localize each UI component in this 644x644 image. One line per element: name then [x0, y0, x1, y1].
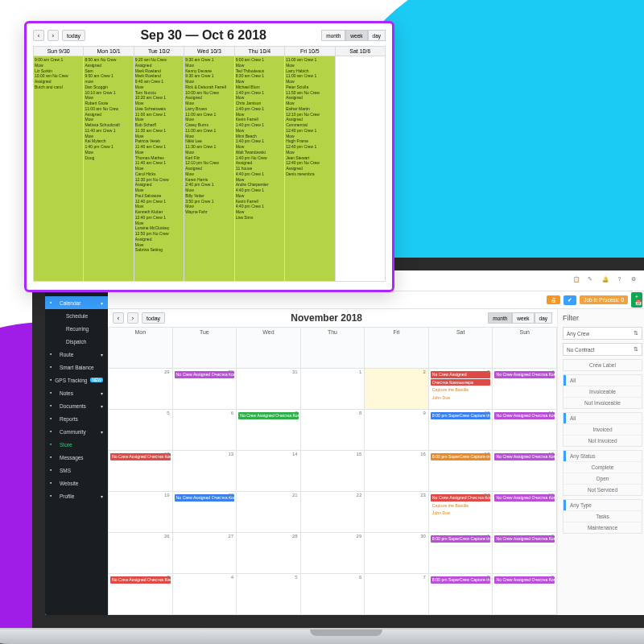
week-event-line[interactable]: 12:30 pm No Crew	[135, 177, 183, 183]
week-prev-button[interactable]: ‹	[33, 30, 44, 41]
week-event-line[interactable]: Mow	[185, 101, 233, 106]
week-event-line[interactable]: Mow	[236, 63, 283, 68]
week-event-line[interactable]: Mow	[185, 188, 233, 193]
calendar-event[interactable]: No Crew Assigned Очистка Компьютера	[175, 371, 235, 378]
month-cell[interactable]: 88:00 pm SuperCrew Capture the Bastille …	[429, 574, 493, 615]
week-event-line[interactable]: Mark Rowland	[135, 73, 183, 79]
calendar-event[interactable]: 8:00 pm SuperCrew Capture the Bastille J…	[431, 535, 491, 543]
sidebar-item-gps-tracking[interactable]: ▪GPS TrackingNEW	[45, 374, 108, 386]
month-cell[interactable]: 3No Crew Assigned Очистка Компьютера	[109, 574, 173, 615]
week-next-button[interactable]: ›	[47, 30, 59, 41]
week-event-line[interactable]: Tom Nuccio	[135, 90, 183, 96]
week-event-line[interactable]: Casey Burns	[185, 122, 233, 128]
filter-option[interactable]: Tasks	[564, 510, 642, 522]
week-event-line[interactable]: Mow	[135, 101, 183, 106]
filter-option[interactable]: Any Type	[564, 500, 642, 510]
month-cell[interactable]: 7	[365, 574, 429, 615]
week-event-line[interactable]: 4:40 pm Crew 1	[236, 188, 283, 193]
week-event-line[interactable]: Mow	[135, 242, 183, 248]
week-event-line[interactable]: 9:40 am Crew 1	[135, 79, 183, 85]
week-event-line[interactable]: Mimi Beach	[236, 134, 283, 139]
week-event-line[interactable]: Assigned	[85, 112, 132, 118]
next-button[interactable]: ›	[127, 312, 138, 324]
week-event-line[interactable]: 11 house	[236, 166, 283, 171]
week-event-line[interactable]: Doug	[85, 155, 132, 161]
week-event-line[interactable]: Nikki Lee	[185, 138, 233, 144]
calendar-event[interactable]: 8:00 pm SuperCrew Capture the Bastille J…	[431, 412, 491, 419]
calendar-event[interactable]: Очистка Компьютера	[431, 379, 491, 386]
week-event-line[interactable]: Mow	[286, 63, 333, 68]
month-cell[interactable]: 5	[109, 410, 173, 451]
prev-button[interactable]: ‹	[113, 312, 124, 324]
week-event-line[interactable]: Mow	[236, 177, 283, 183]
calendar-event[interactable]: No Crew Assigned Очистка Компьютера	[494, 412, 555, 419]
week-event-line[interactable]: 1:40 pm Crew 1	[236, 138, 283, 144]
week-event-line[interactable]: Mow	[185, 150, 233, 155]
week-event-line[interactable]: Karl Filz	[185, 155, 233, 161]
filter-option[interactable]: Invoiceable	[564, 386, 642, 397]
calendar-event[interactable]: 8:00 pm SuperCrew Capture the Bastille J…	[431, 453, 491, 460]
week-event-line[interactable]: Mow	[286, 134, 333, 139]
sidebar-item-messages[interactable]: ▪Messages	[45, 451, 108, 464]
week-event-line[interactable]: 1:40 pm Crew 1	[236, 122, 283, 128]
week-event-line[interactable]: Loraine McCloskey	[135, 225, 183, 231]
week-event-line[interactable]: 8:50 am No Crew	[85, 57, 132, 63]
week-event-line[interactable]: Mow	[236, 128, 283, 134]
week-event-line[interactable]: Assigned	[185, 166, 233, 171]
week-event-line[interactable]: Mow	[185, 204, 233, 209]
week-event-line[interactable]: Mow	[286, 150, 333, 155]
week-event-line[interactable]: Mow	[85, 150, 132, 155]
week-view-day-button[interactable]: day	[368, 30, 386, 41]
week-event-line[interactable]: Mow	[135, 221, 183, 226]
week-event-line[interactable]: Andre Charpentier	[236, 182, 283, 188]
week-event-line[interactable]: 10:10 am Crew 1	[85, 90, 132, 96]
sidebar-item-website[interactable]: ▪Website	[45, 477, 108, 489]
month-cell[interactable]: 29	[109, 369, 173, 410]
month-cell[interactable]: 108:00 pm SuperCrew Capture the Bastille…	[429, 410, 493, 451]
month-cell[interactable]: 23	[365, 492, 429, 533]
sidebar-item-sms[interactable]: ▪SMS	[45, 464, 108, 477]
week-event-line[interactable]: Sabrina Setting	[135, 247, 183, 253]
filter-option[interactable]: All	[564, 375, 642, 386]
any-crew-select[interactable]: Any Crew⇅	[563, 327, 642, 340]
week-event-line[interactable]: Uwe Schreisweis	[135, 106, 183, 112]
sidebar-item-smart-balance[interactable]: ▪Smart Balance	[45, 361, 108, 374]
month-cell[interactable]: 3No Crew AssignedОчистка КомпьютераCaptu…	[429, 369, 493, 410]
calendar-event[interactable]: No Crew Assigned Очистка Компьютера	[238, 412, 299, 419]
week-event-line[interactable]: Mark Rowland	[135, 68, 183, 74]
week-event-line[interactable]: Assigned	[35, 79, 82, 85]
month-cell[interactable]: 20No Crew Assigned Очистка Компьютера	[173, 492, 237, 533]
week-day-column[interactable]: 8:50 am No CrewAssignedSam9:50 am Crew 1…	[84, 56, 134, 282]
week-event-line[interactable]: Chris Jamison	[236, 101, 283, 106]
week-event-line[interactable]: Assigned	[286, 166, 333, 171]
week-event-line[interactable]: Larry Brown	[185, 106, 233, 112]
week-day-column[interactable]: 11:00 am Crew 1MowLarry Habich11:00 am C…	[285, 56, 335, 282]
week-event-line[interactable]: 9:20 am No Crew	[135, 57, 183, 63]
week-event-line[interactable]: 8:30 am Crew 1	[236, 73, 283, 79]
no-contract-select[interactable]: No Contract⇅	[563, 343, 642, 356]
view-week-button[interactable]: week	[512, 312, 534, 324]
week-event-line[interactable]: 10:00 am No Crew	[185, 90, 233, 96]
week-event-line[interactable]: Thomas Mathes	[135, 155, 183, 161]
week-event-line[interactable]: 10:20 am Crew 1	[135, 95, 183, 101]
filter-option[interactable]: Invoiced	[564, 423, 642, 435]
calendar-event[interactable]: John Doe	[431, 510, 491, 517]
week-event-line[interactable]: 1:40 pm Crew 1	[236, 106, 283, 112]
month-cell[interactable]: 18No Crew Assigned Очистка Компьютера	[493, 451, 557, 492]
week-event-line[interactable]: Mow	[85, 95, 132, 101]
filter-option[interactable]: Any Status	[564, 451, 642, 461]
week-event-line[interactable]: Bob Scharff	[135, 122, 183, 128]
week-event-line[interactable]: 11:40 am Crew 1	[85, 128, 132, 134]
week-event-line[interactable]: 11:40 am Crew 1	[135, 160, 183, 166]
week-event-line[interactable]: Kevin Farrell	[236, 199, 283, 204]
crew-label-option[interactable]: Crew Label	[564, 360, 642, 370]
sidebar-item-reports[interactable]: ▪Reports	[45, 412, 108, 425]
week-event-line[interactable]: 11:50 am No Crew	[286, 90, 333, 96]
week-event-line[interactable]: Ted Thibodeaux	[236, 68, 283, 74]
week-event-line[interactable]: 11:30 am Crew 1	[135, 128, 183, 134]
week-grid[interactable]: Sun 9/30Mon 10/1Tue 10/2Wed 10/3Thu 10/4…	[33, 46, 386, 282]
clipboard-icon[interactable]: 📋	[573, 276, 583, 286]
month-cell[interactable]: 4No Crew Assigned Очистка Компьютера	[493, 369, 557, 410]
month-cell[interactable]: 6	[301, 574, 365, 615]
month-cell[interactable]: 24No Crew Assigned Очистка КомпьютераCap…	[429, 492, 493, 533]
